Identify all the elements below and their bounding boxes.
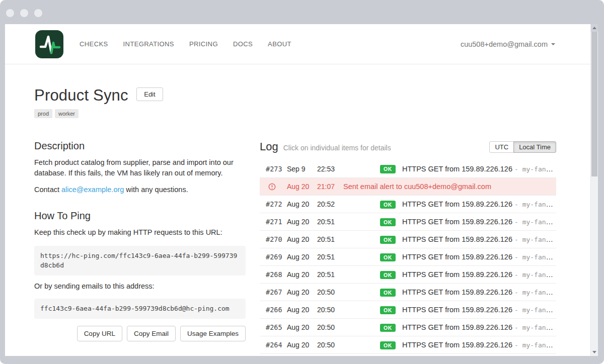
log-row-badge-cell: OK (380, 235, 402, 244)
log-row-event-detail: - my-fancy-sy… (514, 165, 556, 173)
log-row[interactable]: #269 Aug 20 20:51 OK HTTPS GET from 159.… (260, 248, 556, 265)
log-row-date: Aug 20 (287, 306, 317, 314)
nav-item-about[interactable]: ABOUT (268, 40, 291, 48)
nav-links: CHECKS INTEGRATIONS PRICING DOCS ABOUT (80, 40, 291, 48)
log-row-time: 21:07 (317, 183, 343, 191)
scrollbar-up-arrow[interactable] (591, 24, 598, 32)
log-row-time: 20:51 (317, 253, 380, 261)
healthchecks-logo-icon[interactable] (35, 30, 63, 58)
log-row-date: Aug 20 (287, 341, 317, 349)
log-row-time: 20:50 (317, 323, 380, 331)
log-row[interactable]: #263 Aug 20 20:49 OK HTTPS GET from 159.… (260, 353, 556, 356)
log-row-date: Aug 20 (287, 323, 317, 331)
copy-url-button[interactable]: Copy URL (77, 326, 122, 341)
browser-window-frame: CHECKS INTEGRATIONS PRICING DOCS ABOUT c… (0, 0, 604, 364)
log-row[interactable]: #268 Aug 20 20:51 OK HTTPS GET from 159.… (260, 265, 556, 283)
window-button-maximize[interactable] (34, 9, 42, 17)
log-row-date: Aug 20 (287, 235, 317, 243)
log-row-badge-cell: OK (380, 252, 402, 262)
log-row-event-detail: - my-fancy-sy… (514, 253, 556, 261)
ok-badge: OK (380, 306, 396, 315)
log-row[interactable]: #266 Aug 20 20:50 OK HTTPS GET from 159.… (260, 301, 556, 318)
log-row-event-detail: - my-fancy-sy… (514, 218, 556, 226)
log-row[interactable]: #264 Aug 20 20:50 OK HTTPS GET from 159.… (260, 336, 556, 353)
alert-message: Sent email alert to cuu508+demo@gmail.co… (343, 183, 556, 191)
log-row-event: HTTPS GET from 159.89.226.126 - my-fancy… (402, 323, 556, 331)
tag-prod: prod (34, 109, 52, 118)
log-row-time: 20:52 (317, 200, 380, 208)
ok-badge: OK (380, 165, 396, 173)
log-row[interactable]: #270 Aug 20 20:51 OK HTTPS GET from 159.… (260, 230, 556, 248)
log-row[interactable]: #267 Aug 20 20:50 OK HTTPS GET from 159.… (260, 283, 556, 301)
utc-toggle-button[interactable]: UTC (489, 141, 514, 153)
ping-url-intro: Keep this check up by making HTTP reques… (34, 227, 246, 238)
log-row-badge-cell: OK (380, 288, 402, 297)
nav-item-checks[interactable]: CHECKS (80, 40, 108, 48)
navbar: CHECKS INTEGRATIONS PRICING DOCS ABOUT c… (5, 24, 590, 64)
ok-badge: OK (380, 289, 396, 297)
log-row-event-detail: - my-fancy-sy… (514, 200, 556, 208)
tag-list: prod worker (34, 109, 556, 118)
copy-email-button[interactable]: Copy Email (127, 326, 176, 341)
left-column: Description Fetch product catalog from s… (34, 140, 246, 356)
window-button-minimize[interactable] (20, 9, 28, 17)
nav-item-docs[interactable]: DOCS (233, 40, 253, 48)
log-row-event: HTTPS GET from 159.89.226.126 - my-fancy… (402, 165, 556, 173)
page-title: Product Sync (34, 86, 128, 105)
log-row-event: HTTPS GET from 159.89.226.126 - my-fancy… (402, 235, 556, 243)
ok-badge: OK (380, 236, 396, 244)
log-row-number: #268 (266, 270, 287, 279)
how-to-ping-heading: How To Ping (34, 210, 246, 222)
log-row[interactable]: #273 Sep 9 22:53 OK HTTPS GET from 159.8… (260, 160, 556, 177)
ping-actions: Copy URL Copy Email Usage Examples (34, 326, 246, 341)
ping-url-code: https://hc-ping.com/ffc143c9-6aea-44fa-b… (34, 246, 246, 276)
log-row-alert[interactable]: Aug 20 21:07 Sent email alert to cuu508+… (260, 177, 556, 195)
ping-email-code: ffc143c9-6aea-44fa-b299-599739d8cb6d@hc-… (34, 299, 246, 319)
ok-badge: OK (380, 271, 396, 280)
scrollbar-down-arrow[interactable] (591, 348, 598, 356)
page-content: CHECKS INTEGRATIONS PRICING DOCS ABOUT c… (5, 24, 590, 356)
log-row-event-detail: - my-fancy-sy… (514, 288, 556, 296)
log-header: Log Click on individual items for detail… (260, 140, 556, 153)
log-row-number: #272 (266, 200, 287, 208)
log-row[interactable]: #265 Aug 20 20:50 OK HTTPS GET from 159.… (260, 318, 556, 336)
chevron-down-icon (551, 43, 555, 45)
log-row-event: HTTPS GET from 159.89.226.126 - my-fancy… (402, 200, 556, 208)
ping-email-intro: Or by sending emails to this address: (34, 281, 246, 292)
nav-item-pricing[interactable]: PRICING (189, 40, 218, 48)
log-row-time: 20:51 (317, 235, 380, 243)
log-row-time: 20:50 (317, 306, 380, 314)
local-time-toggle-button[interactable]: Local Time (513, 141, 556, 153)
log-row[interactable]: #272 Aug 20 20:52 OK HTTPS GET from 159.… (260, 195, 556, 213)
log-row[interactable]: #271 Aug 20 20:51 OK HTTPS GET from 159.… (260, 213, 556, 230)
log-row-number: #265 (266, 323, 287, 331)
log-row-number: #273 (266, 165, 287, 173)
log-row-badge-cell: OK (380, 200, 402, 209)
log-row-event: HTTPS GET from 159.89.226.126 - my-fancy… (402, 288, 556, 296)
log-row-number: #267 (266, 288, 287, 296)
usage-examples-button[interactable]: Usage Examples (180, 326, 246, 341)
window-button-close[interactable] (6, 9, 14, 17)
scrollbar-thumb[interactable] (591, 32, 597, 176)
log-subtitle: Click on individual items for details (283, 144, 391, 152)
log-row-badge-cell: OK (380, 270, 402, 280)
nav-item-integrations[interactable]: INTEGRATIONS (123, 40, 174, 48)
tag-worker: worker (55, 109, 79, 118)
log-row-event: HTTPS GET from 159.89.226.126 - my-fancy… (402, 270, 556, 279)
log-rows: #273 Sep 9 22:53 OK HTTPS GET from 159.8… (260, 160, 556, 356)
vertical-scrollbar[interactable] (590, 24, 598, 356)
log-row-number: #271 (266, 218, 287, 226)
ok-badge: OK (380, 201, 396, 209)
ok-badge: OK (380, 341, 396, 350)
description-section: Description Fetch product catalog from s… (34, 140, 246, 195)
log-row-event: HTTPS GET from 159.89.226.126 - my-fancy… (402, 218, 556, 226)
log-row-date: Aug 20 (287, 253, 317, 261)
log-row-date: Sep 9 (287, 165, 317, 173)
log-row-event: HTTPS GET from 159.89.226.126 - my-fancy… (402, 253, 556, 261)
log-row-date: Aug 20 (287, 288, 317, 296)
edit-button[interactable]: Edit (136, 87, 163, 101)
log-row-event: HTTPS GET from 159.89.226.126 - my-fancy… (402, 341, 556, 349)
title-row: Product Sync Edit (34, 86, 556, 105)
account-dropdown[interactable]: cuu508+demo@gmail.com (461, 40, 555, 48)
contact-email-link[interactable]: alice@example.org (61, 186, 124, 194)
